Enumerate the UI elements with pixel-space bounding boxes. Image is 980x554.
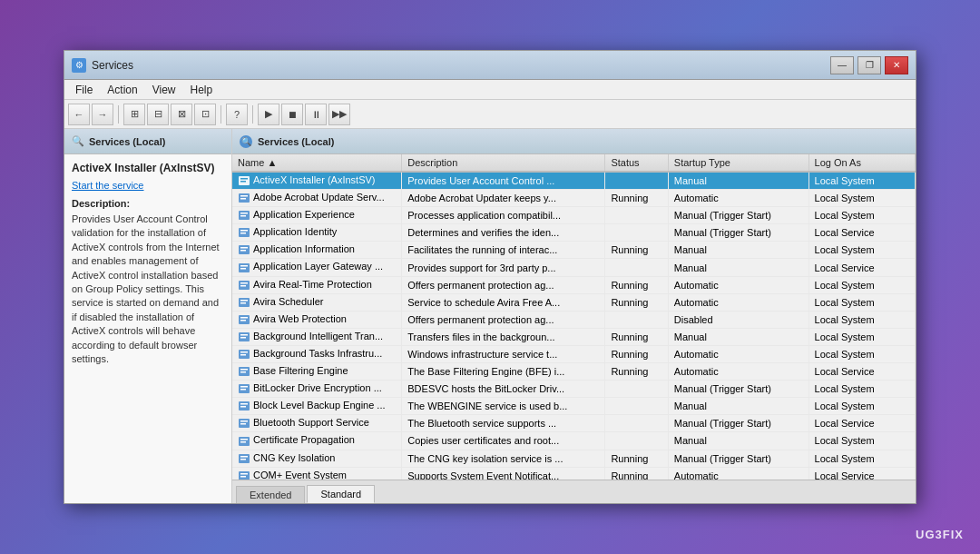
tab-standard[interactable]: Standard bbox=[307, 485, 375, 503]
title-bar: ⚙ Services — ❐ ✕ bbox=[64, 51, 916, 80]
service-name-cell: Bluetooth Support Service bbox=[232, 415, 402, 432]
service-name-cell: BitLocker Drive Encryption ... bbox=[232, 381, 402, 398]
service-name-cell: Adobe Acrobat Update Serv... bbox=[232, 190, 402, 207]
service-startup-cell: Disabled bbox=[668, 311, 808, 328]
service-status-cell: Running bbox=[605, 276, 668, 293]
service-name-cell: CNG Key Isolation bbox=[232, 450, 402, 467]
col-header-desc[interactable]: Description bbox=[402, 154, 605, 172]
table-row[interactable]: Adobe Acrobat Update Serv...Adobe Acroba… bbox=[232, 190, 916, 207]
service-status-cell: Running bbox=[605, 467, 668, 480]
service-desc-cell: Windows infrastructure service t... bbox=[402, 345, 605, 362]
table-row[interactable]: Application IdentityDetermines and verif… bbox=[232, 224, 916, 242]
sidebar-header: 🔍 Services (Local) bbox=[64, 129, 231, 154]
table-row[interactable]: Application Layer Gateway ...Provides su… bbox=[232, 259, 916, 276]
service-logon-cell: Local System bbox=[808, 172, 915, 190]
tab-extended[interactable]: Extended bbox=[236, 486, 305, 503]
restore-button[interactable]: ❐ bbox=[858, 56, 881, 74]
table-row[interactable]: Block Level Backup Engine ...The WBENGIN… bbox=[232, 398, 916, 415]
service-status-cell: Running bbox=[605, 345, 668, 362]
col-header-startup[interactable]: Startup Type bbox=[668, 154, 808, 172]
service-logon-cell: Local Service bbox=[808, 259, 915, 276]
main-window: ⚙ Services — ❐ ✕ File Action View Help ←… bbox=[64, 50, 916, 504]
service-status-cell bbox=[605, 259, 668, 276]
right-header-icon: 🔍 bbox=[240, 135, 252, 148]
show-hide-button[interactable]: ⊞ bbox=[123, 104, 145, 125]
svg-rect-19 bbox=[240, 282, 248, 284]
service-status-cell: Running bbox=[605, 363, 668, 381]
service-startup-cell: Manual (Trigger Start) bbox=[668, 224, 808, 242]
sidebar: 🔍 Services (Local) ActiveX Installer (Ax… bbox=[64, 129, 232, 503]
svg-rect-8 bbox=[240, 215, 246, 217]
close-button[interactable]: ✕ bbox=[885, 56, 908, 74]
tab-bar: Extended Standard bbox=[232, 480, 916, 503]
svg-rect-13 bbox=[240, 247, 248, 249]
service-logon-cell: Local System bbox=[808, 311, 915, 328]
table-row[interactable]: ActiveX Installer (AxInstSV)Provides Use… bbox=[232, 172, 916, 190]
window-title: Services bbox=[92, 59, 133, 72]
col-header-status[interactable]: Status bbox=[605, 154, 668, 172]
svg-rect-37 bbox=[240, 386, 248, 388]
service-desc-cell: Offers permanent protection ag... bbox=[402, 311, 605, 328]
svg-rect-28 bbox=[240, 334, 248, 336]
forward-button[interactable]: → bbox=[92, 104, 113, 125]
service-startup-cell: Manual bbox=[668, 432, 808, 450]
service-desc-cell: Determines and verifies the iden... bbox=[402, 224, 605, 242]
table-row[interactable]: COM+ Event SystemSupports System Event N… bbox=[232, 467, 916, 480]
menu-view[interactable]: View bbox=[145, 82, 183, 98]
col-header-logon[interactable]: Log On As bbox=[808, 154, 915, 172]
table-row[interactable]: Bluetooth Support ServiceThe Bluetooth s… bbox=[232, 415, 916, 432]
table-row[interactable]: Avira Web ProtectionOffers permanent pro… bbox=[232, 311, 916, 328]
service-startup-cell: Automatic bbox=[668, 190, 808, 207]
new-window-button[interactable]: ⊠ bbox=[171, 104, 192, 125]
table-row[interactable]: Avira Real-Time ProtectionOffers permane… bbox=[232, 276, 916, 293]
play-button[interactable]: ▶ bbox=[258, 104, 279, 125]
svg-rect-44 bbox=[240, 423, 246, 425]
service-name-cell: Avira Web Protection bbox=[232, 311, 402, 328]
pause-button[interactable]: ⏸ bbox=[305, 104, 327, 125]
start-service-link[interactable]: Start the service bbox=[72, 180, 224, 191]
export-button[interactable]: ⊡ bbox=[194, 104, 216, 125]
menu-file[interactable]: File bbox=[68, 82, 100, 98]
service-desc-cell: The Base Filtering Engine (BFE) i... bbox=[402, 363, 605, 381]
table-row[interactable]: Base Filtering EngineThe Base Filtering … bbox=[232, 363, 916, 381]
service-name-cell: Application Information bbox=[232, 242, 402, 259]
svg-rect-25 bbox=[240, 317, 248, 319]
menu-help[interactable]: Help bbox=[183, 82, 220, 98]
table-row[interactable]: CNG Key IsolationThe CNG key isolation s… bbox=[232, 450, 916, 467]
help-button[interactable]: ? bbox=[226, 104, 248, 125]
svg-rect-38 bbox=[240, 389, 246, 391]
restart-button[interactable]: ▶▶ bbox=[328, 104, 350, 125]
service-startup-cell: Manual bbox=[668, 172, 808, 190]
service-logon-cell: Local Service bbox=[808, 224, 915, 242]
back-button[interactable]: ← bbox=[68, 104, 90, 125]
service-desc-cell: Provides support for 3rd party p... bbox=[402, 259, 605, 276]
table-row[interactable]: BitLocker Drive Encryption ...BDESVC hos… bbox=[232, 381, 916, 398]
service-status-cell bbox=[605, 311, 668, 328]
right-panel-header: 🔍 Services (Local) bbox=[232, 129, 916, 154]
stop-button[interactable]: ⏹ bbox=[281, 104, 303, 125]
service-status-cell bbox=[605, 398, 668, 415]
table-row[interactable]: Background Tasks Infrastru...Windows inf… bbox=[232, 345, 916, 362]
svg-rect-5 bbox=[240, 198, 246, 200]
table-row[interactable]: Background Intelligent Tran...Transfers … bbox=[232, 328, 916, 345]
table-row[interactable]: Application ExperienceProcesses applicat… bbox=[232, 207, 916, 224]
svg-rect-51 bbox=[239, 471, 250, 480]
properties-button[interactable]: ⊟ bbox=[147, 104, 169, 125]
table-row[interactable]: Application InformationFacilitates the r… bbox=[232, 242, 916, 259]
svg-rect-16 bbox=[240, 265, 248, 267]
service-name-cell: Background Intelligent Tran... bbox=[232, 328, 402, 345]
svg-rect-46 bbox=[240, 439, 248, 440]
svg-rect-50 bbox=[240, 459, 246, 460]
main-content: 🔍 Services (Local) ActiveX Installer (Ax… bbox=[64, 129, 916, 503]
menu-action[interactable]: Action bbox=[100, 82, 144, 98]
table-row[interactable]: Certificate PropagationCopies user certi… bbox=[232, 432, 916, 450]
sidebar-service-title: ActiveX Installer (AxInstSV) bbox=[72, 162, 224, 174]
col-header-name[interactable]: Name ▲ bbox=[232, 154, 402, 172]
services-table-container[interactable]: Name ▲ Description Status Startup Type L… bbox=[232, 154, 916, 480]
service-startup-cell: Manual (Trigger Start) bbox=[668, 381, 808, 398]
service-startup-cell: Manual (Trigger Start) bbox=[668, 450, 808, 467]
toolbar: ← → ⊞ ⊟ ⊠ ⊡ ? ▶ ⏹ ⏸ ▶▶ bbox=[64, 100, 916, 129]
table-row[interactable]: Avira SchedulerService to schedule Avira… bbox=[232, 293, 916, 311]
service-desc-cell: The WBENGINE service is used b... bbox=[402, 398, 605, 415]
minimize-button[interactable]: — bbox=[830, 56, 854, 74]
